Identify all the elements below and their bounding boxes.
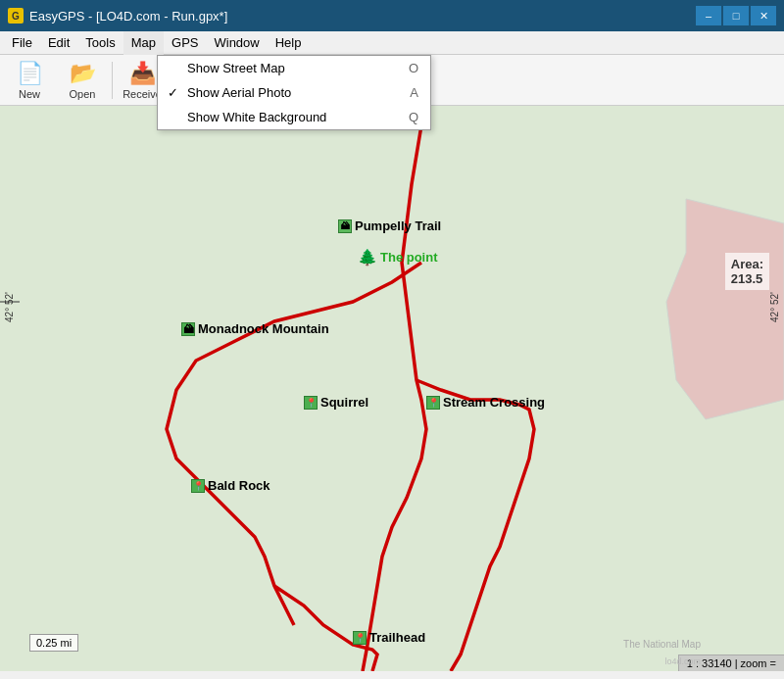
trailhead-label: 📍 Trailhead (353, 630, 425, 645)
bald-waypoint-icon: 📍 (191, 479, 205, 493)
open-icon: 📂 (70, 61, 96, 86)
national-map-watermark: The National Map (623, 639, 701, 650)
pumpelly-waypoint-icon: 🏔 (338, 219, 352, 233)
pumpelly-trail-label: 🏔 Pumpelly Trail (338, 218, 441, 233)
menu-show-white-bg[interactable]: Show White Background Q (158, 105, 430, 129)
street-map-shortcut: O (409, 61, 418, 75)
close-button[interactable]: ✕ (751, 6, 776, 25)
menu-show-aerial-photo[interactable]: ✓ Show Aerial Photo A (158, 80, 430, 105)
menu-tools[interactable]: Tools (77, 31, 122, 55)
show-street-map-label: Show Street Map (187, 61, 285, 75)
area-info: Area: 213.5 (725, 253, 769, 290)
receive-icon: 📥 (129, 61, 156, 86)
bald-rock-label: 📍 Bald Rock (191, 478, 270, 493)
scale-bar: 0.25 mi (29, 634, 78, 652)
menu-help[interactable]: Help (268, 31, 310, 55)
lat-marker-right: 42° 52' (769, 292, 780, 322)
monadnock-label: 🏔 Monadnock Mountain (181, 321, 329, 336)
aerial-photo-check: ✓ (168, 85, 178, 100)
scale-value: 0.25 mi (36, 637, 72, 649)
monadnock-waypoint-icon: 🏔 (181, 322, 195, 336)
aerial-photo-shortcut: A (410, 85, 418, 100)
toolbar-separator (112, 62, 113, 99)
stream-waypoint-icon: 📍 (426, 396, 440, 410)
white-bg-shortcut: Q (409, 110, 418, 124)
window-controls[interactable]: – □ ✕ (696, 6, 776, 25)
area-value: 213.5 (731, 271, 763, 286)
menu-gps[interactable]: GPS (164, 31, 206, 55)
window-title: EasyGPS - [LO4D.com - Run.gpx*] (29, 9, 227, 24)
the-point-label: 🌲 The point (358, 248, 438, 267)
menu-show-street-map[interactable]: Show Street Map O (158, 56, 430, 80)
area-label: Area: (731, 257, 763, 271)
map-dropdown-menu: Show Street Map O ✓ Show Aerial Photo A … (157, 55, 431, 130)
map-area[interactable]: 42° 52' 42° 52' 🏔 Pumpelly Trail 🌲 The p… (0, 106, 784, 671)
minimize-button[interactable]: – (696, 6, 721, 25)
maximize-button[interactable]: □ (723, 6, 749, 25)
new-button[interactable]: 📄 New (4, 58, 55, 103)
new-icon: 📄 (17, 61, 43, 86)
trailhead-waypoint-icon: 📍 (353, 631, 367, 645)
receive-label: Receive (122, 88, 162, 100)
app-icon: G (8, 8, 24, 24)
menu-map[interactable]: Map (123, 31, 164, 55)
menu-bar: File Edit Tools Map GPS Window Help (0, 31, 784, 55)
stream-crossing-label: 📍 Stream Crossing (426, 395, 545, 410)
map-background (0, 106, 784, 671)
menu-edit[interactable]: Edit (40, 31, 77, 55)
squirrel-waypoint-icon: 📍 (304, 396, 318, 410)
menu-window[interactable]: Window (206, 31, 267, 55)
the-point-tree-icon: 🌲 (358, 248, 377, 267)
open-button[interactable]: 📂 Open (57, 58, 108, 103)
lat-marker-left: 42° 52' (4, 292, 15, 322)
show-white-bg-label: Show White Background (187, 110, 326, 124)
menu-file[interactable]: File (4, 31, 40, 55)
lo4d-watermark: lo4d.com (664, 656, 701, 666)
open-label: Open (70, 88, 96, 100)
title-bar: G EasyGPS - [LO4D.com - Run.gpx*] – □ ✕ (0, 0, 784, 31)
new-label: New (19, 88, 40, 100)
squirrel-label: 📍 Squirrel (304, 395, 368, 410)
show-aerial-photo-label: Show Aerial Photo (187, 85, 291, 100)
